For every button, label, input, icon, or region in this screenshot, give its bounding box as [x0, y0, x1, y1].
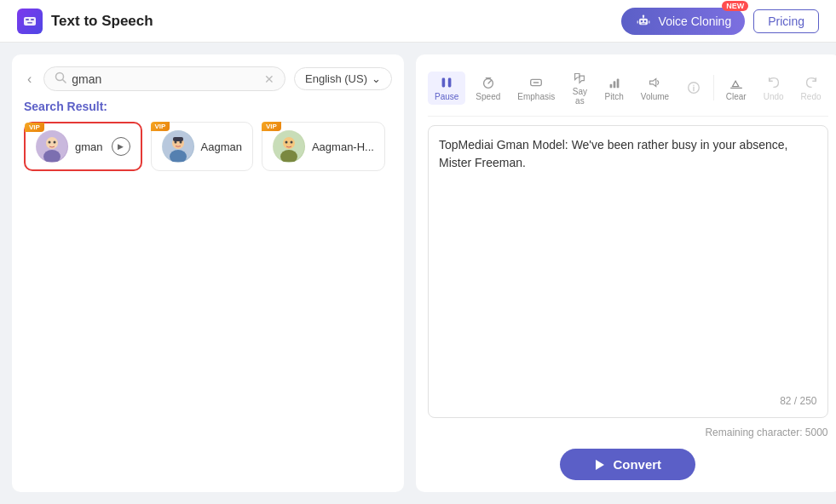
undo-button[interactable]: Undo	[757, 72, 791, 105]
language-select[interactable]: English (US) ⌄	[294, 67, 392, 90]
svg-rect-11	[648, 20, 649, 23]
toolbar-divider	[713, 75, 714, 100]
svg-rect-0	[24, 17, 36, 26]
undo-icon	[766, 75, 781, 90]
svg-point-5	[640, 20, 643, 22]
svg-point-6	[643, 20, 646, 22]
app-header: Text to Speech NEW Voice Cloning Pricing	[0, 0, 836, 43]
search-bar-row: ‹ ✕ English (US) ⌄	[24, 66, 392, 91]
pause-button[interactable]: Pause	[428, 72, 465, 105]
svg-rect-3	[27, 22, 32, 24]
right-panel: Pause Speed Emphasis	[416, 54, 836, 492]
char-count: 82 / 250	[439, 395, 817, 407]
svg-point-17	[49, 141, 51, 144]
voice-cards-row: VIP gman ▶ VIP	[24, 122, 392, 171]
voice-name-gman: gman	[75, 140, 103, 153]
svg-rect-37	[609, 83, 612, 88]
vip-badge-aagmanh: VIP	[262, 122, 281, 131]
voice-card-aagman[interactable]: VIP Aagman	[151, 122, 253, 171]
app-title: Text to Speech	[51, 13, 153, 30]
convert-row: Convert	[428, 447, 828, 480]
left-panel: ‹ ✕ English (US) ⌄ Search Result:	[12, 54, 404, 492]
svg-rect-39	[616, 78, 619, 88]
svg-rect-24	[173, 137, 183, 141]
speed-button[interactable]: Speed	[469, 72, 507, 105]
info-button[interactable]	[679, 77, 708, 99]
pause-icon	[439, 75, 454, 90]
svg-rect-31	[448, 77, 452, 87]
svg-line-13	[63, 80, 66, 83]
clear-button[interactable]: Clear	[719, 72, 753, 105]
svg-marker-40	[650, 78, 656, 86]
chevron-down-icon: ⌄	[372, 72, 381, 85]
svg-rect-38	[613, 81, 615, 88]
say-as-button[interactable]: Say as	[565, 66, 594, 109]
volume-icon	[647, 75, 662, 90]
voice-card-aagmanh[interactable]: VIP Aagman-H...	[262, 122, 385, 171]
voice-cloning-label: Voice Cloning	[659, 14, 732, 28]
svg-point-9	[642, 14, 644, 17]
svg-rect-7	[641, 23, 645, 24]
emphasis-button[interactable]: Emphasis	[510, 72, 562, 105]
pitch-icon	[607, 75, 622, 90]
avatar-aagman	[162, 130, 194, 163]
voice-name-aagmanh: Aagman-H...	[312, 140, 374, 153]
svg-rect-30	[442, 77, 446, 87]
pricing-label: Pricing	[768, 14, 804, 28]
search-input[interactable]	[72, 72, 259, 86]
voice-name-aagman: Aagman	[201, 140, 242, 153]
svg-marker-45	[596, 460, 604, 470]
svg-line-33	[488, 80, 492, 83]
svg-point-18	[54, 141, 56, 144]
pricing-button[interactable]: Pricing	[753, 9, 819, 33]
speed-icon	[481, 75, 496, 90]
robot-icon	[635, 13, 652, 30]
redo-button[interactable]: Redo	[794, 72, 828, 105]
search-icon	[55, 72, 66, 86]
svg-point-43	[693, 85, 694, 86]
svg-point-29	[290, 141, 292, 144]
volume-button[interactable]: Volume	[634, 72, 676, 105]
main-layout: ‹ ✕ English (US) ⌄ Search Result:	[0, 43, 836, 504]
vip-badge: VIP	[25, 123, 44, 132]
pitch-button[interactable]: Pitch	[598, 72, 631, 105]
avatar-gman	[36, 130, 68, 163]
app-logo	[17, 9, 43, 34]
svg-rect-2	[31, 19, 34, 20]
voice-cloning-button[interactable]: NEW Voice Cloning	[621, 8, 746, 35]
emphasis-icon	[528, 75, 544, 90]
vip-badge-aagman: VIP	[151, 122, 170, 131]
search-result-label: Search Result:	[24, 100, 392, 113]
redo-icon	[804, 75, 819, 90]
svg-rect-10	[637, 20, 638, 23]
toolbar: Pause Speed Emphasis	[428, 66, 828, 117]
svg-point-28	[285, 141, 287, 144]
voice-card-gman[interactable]: VIP gman ▶	[24, 122, 142, 171]
clear-search-button[interactable]: ✕	[264, 72, 274, 86]
play-icon	[594, 459, 606, 471]
new-badge: NEW	[722, 1, 748, 11]
language-value: English (US)	[305, 72, 367, 85]
text-area-wrapper: TopMediai Gman Model: We've been rather …	[428, 125, 828, 418]
play-gman-button[interactable]: ▶	[112, 137, 130, 156]
remaining-chars: Remaining character: 5000	[428, 427, 828, 438]
avatar-aagmanh	[273, 130, 305, 163]
say-as-icon	[572, 70, 587, 85]
clear-icon	[729, 75, 744, 90]
text-content[interactable]: TopMediai Gman Model: We've been rather …	[439, 136, 817, 390]
back-button[interactable]: ‹	[24, 68, 35, 90]
convert-button[interactable]: Convert	[560, 449, 695, 480]
svg-rect-1	[26, 19, 29, 20]
info-icon	[686, 80, 701, 95]
search-box: ✕	[43, 66, 285, 91]
convert-label: Convert	[613, 457, 661, 472]
